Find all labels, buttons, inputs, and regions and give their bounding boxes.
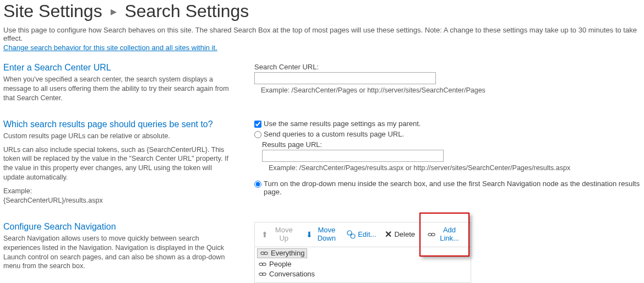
arrow-down-icon: ⬇: [306, 230, 313, 239]
svg-point-4: [261, 252, 264, 254]
move-down-button[interactable]: ⬇ Move Down: [302, 224, 342, 246]
svg-point-5: [264, 252, 268, 254]
search-center-url-label: Search Center URL:: [254, 63, 641, 71]
section-desc-nav: Search Navigation allows users to move q…: [3, 234, 234, 271]
section-desc-results-3-label: Example:: [3, 187, 234, 196]
chevron-right-icon: ▸: [111, 4, 117, 19]
delete-button[interactable]: ✕ Delete: [380, 224, 419, 246]
nav-item-label: Everything: [271, 249, 304, 257]
breadcrumb-current: Search Settings: [124, 1, 249, 21]
results-page-url-label: Results page URL:: [262, 140, 641, 149]
move-down-label: Move Down: [315, 226, 338, 242]
edit-icon: [347, 230, 356, 239]
section-desc-results-1: Custom results page URLs can be relative…: [3, 132, 234, 141]
svg-point-2: [428, 233, 432, 236]
close-icon: ✕: [385, 229, 392, 240]
svg-point-3: [432, 233, 435, 236]
nav-item[interactable]: Everything: [257, 248, 307, 258]
custom-results-label: Send queries to a custom results page UR…: [264, 130, 404, 138]
move-up-button[interactable]: ⬆ Move Up: [257, 224, 302, 246]
section-title-results-page: Which search results page should queries…: [3, 119, 234, 129]
section-title-nav: Configure Search Navigation: [3, 222, 234, 232]
edit-label: Edit...: [358, 231, 376, 238]
delete-label: Delete: [394, 231, 415, 238]
dropdown-radio[interactable]: [254, 181, 261, 188]
change-search-behavior-link[interactable]: Change search behavior for this site col…: [3, 43, 217, 52]
section-desc-search-center: When you've specified a search center, t…: [3, 75, 234, 103]
svg-point-6: [259, 263, 263, 265]
use-parent-settings-checkbox[interactable]: [254, 121, 261, 128]
section-title-search-center: Enter a Search Center URL: [3, 63, 234, 73]
breadcrumb: Site Settings ▸ Search Settings: [3, 0, 641, 26]
edit-button[interactable]: Edit...: [342, 224, 380, 246]
link-icon: [258, 260, 267, 269]
nav-toolbar: ⬆ Move Up ⬇ Move Down Edit... ✕ Delete: [254, 222, 471, 247]
search-center-url-hint: Example: /SearchCenter/Pages or http://s…: [254, 86, 641, 94]
section-desc-results-3-value: {SearchCenterURL}/results.aspx: [3, 196, 234, 205]
nav-item-label: People: [269, 260, 291, 268]
nav-item[interactable]: People: [257, 259, 468, 269]
use-parent-settings-label: Use the same results page settings as my…: [264, 119, 421, 128]
search-center-url-input[interactable]: [254, 72, 436, 84]
section-desc-results-2: URLs can also include special tokens, su…: [3, 145, 234, 183]
add-link-highlight: Add Link...: [419, 213, 470, 257]
results-page-url-input[interactable]: [262, 150, 444, 162]
arrow-up-icon: ⬆: [261, 230, 268, 239]
nav-item[interactable]: Conversations: [257, 269, 468, 279]
dropdown-label: Turn on the drop-down menu inside the se…: [264, 179, 641, 196]
link-icon: [258, 270, 267, 279]
svg-point-8: [259, 273, 263, 275]
move-up-label: Move Up: [270, 226, 297, 242]
link-icon: [260, 249, 269, 258]
add-link-button[interactable]: Add Link...: [423, 224, 465, 246]
breadcrumb-parent: Site Settings: [3, 1, 102, 21]
page-intro: Use this page to configure how Search be…: [3, 26, 641, 42]
nav-item-label: Conversations: [269, 270, 315, 278]
results-page-url-hint: Example: /SearchCenter/Pages/results.asp…: [262, 164, 641, 172]
custom-results-radio[interactable]: [254, 131, 261, 138]
svg-point-7: [263, 263, 266, 265]
link-icon: [427, 230, 436, 239]
svg-point-9: [263, 273, 266, 275]
add-link-label: Add Link...: [438, 226, 461, 242]
